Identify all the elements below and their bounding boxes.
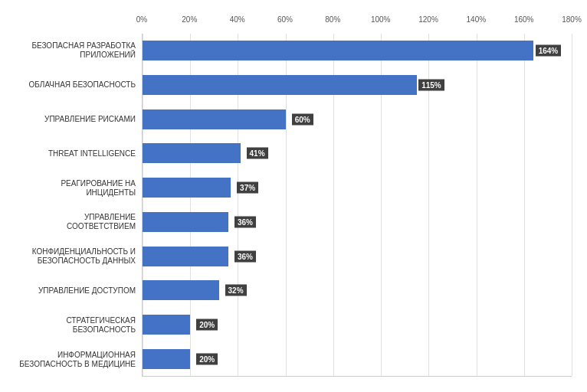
bar: 36%	[143, 212, 228, 232]
x-axis-label: 0%	[136, 15, 147, 24]
y-label: УПРАВЛЕНИЕСООТВЕТСТВИЕМ	[8, 205, 142, 240]
bar: 60%	[143, 109, 286, 129]
bar-value-label: 32%	[225, 285, 247, 296]
bar-row: 115%	[143, 68, 572, 103]
bar: 20%	[143, 349, 190, 369]
chart-body: БЕЗОПАСНАЯ РАЗРАБОТКАПРИЛОЖЕНИЙОБЛАЧНАЯ …	[8, 34, 572, 377]
bar-wrapper: 20%	[143, 314, 572, 335]
bar: 41%	[143, 143, 241, 163]
bar-value-label: 36%	[234, 250, 256, 262]
bar-rows: 164%115%60%41%37%36%36%32%20%20%	[143, 34, 572, 376]
bar-row: 20%	[143, 308, 572, 342]
bar-value-label: 60%	[292, 113, 313, 125]
y-labels: БЕЗОПАСНАЯ РАЗРАБОТКАПРИЛОЖЕНИЙОБЛАЧНАЯ …	[8, 34, 142, 377]
bar: 37%	[143, 178, 231, 198]
bar-row: 41%	[143, 136, 572, 171]
chart-container: 0%20%40%60%80%100%120%140%160%180% БЕЗОП…	[0, 0, 587, 392]
bar-wrapper: 37%	[143, 177, 572, 198]
bar: 164%	[143, 41, 533, 60]
bar: 115%	[143, 75, 417, 95]
x-axis: 0%20%40%60%80%100%120%140%160%180%	[142, 15, 572, 29]
y-label: УПРАВЛЕНИЕ РИСКАМИ	[8, 103, 142, 137]
bar-row: 20%	[143, 341, 572, 376]
bar-row: 36%	[143, 205, 572, 240]
x-axis-label: 40%	[230, 15, 245, 24]
bar-wrapper: 36%	[143, 211, 572, 233]
bar-value-label: 37%	[237, 182, 258, 194]
x-axis-label: 60%	[277, 15, 293, 24]
x-axis-label: 80%	[325, 15, 340, 24]
bar-wrapper: 115%	[143, 74, 572, 96]
y-label: РЕАГИРОВАНИЕ НАИНЦИДЕНТЫ	[8, 171, 142, 205]
y-label: ИНФОРМАЦИОННАЯБЕЗОПАСНОСТЬ В МЕДИЦИНЕ	[8, 342, 142, 377]
bar-wrapper: 41%	[143, 142, 572, 164]
bar-row: 164%	[143, 34, 572, 68]
x-axis-label: 160%	[514, 15, 534, 24]
bar-value-label: 20%	[196, 353, 218, 364]
bar-value-label: 115%	[418, 80, 444, 91]
y-label: THREAT INTELLIGENCE	[8, 136, 142, 171]
bar: 20%	[143, 315, 190, 335]
bar-row: 60%	[143, 102, 572, 136]
bar-value-label: 20%	[196, 318, 218, 330]
x-axis-label: 100%	[371, 15, 391, 24]
x-axis-label: 20%	[182, 15, 197, 24]
bar-row: 36%	[143, 239, 572, 273]
bar-value-label: 41%	[247, 148, 268, 159]
bar-value-label: 36%	[234, 216, 256, 227]
bars-area: 164%115%60%41%37%36%36%32%20%20%	[142, 34, 572, 377]
bar-wrapper: 36%	[143, 245, 572, 266]
bar-row: 37%	[143, 171, 572, 205]
y-label: БЕЗОПАСНАЯ РАЗРАБОТКАПРИЛОЖЕНИЙ	[8, 34, 142, 68]
bar: 36%	[143, 247, 228, 266]
y-label: КОНФИДЕНЦИАЛЬНОСТЬ ИБЕЗОПАСНОСТЬ ДАННЫХ	[8, 240, 142, 274]
bar: 32%	[143, 280, 219, 300]
bar-wrapper: 60%	[143, 109, 572, 130]
bar-wrapper: 164%	[143, 40, 572, 61]
y-label: СТРАТЕГИЧЕСКАЯБЕЗОПАСНОСТЬ	[8, 308, 142, 342]
grid-line	[572, 34, 572, 376]
bar-value-label: 164%	[536, 45, 562, 57]
y-label: УПРАВЛЕНИЕ ДОСТУПОМ	[8, 274, 142, 309]
bar-wrapper: 20%	[143, 348, 572, 369]
x-axis-label: 180%	[562, 15, 582, 24]
x-axis-label: 120%	[418, 15, 438, 24]
x-axis-label: 140%	[467, 15, 487, 24]
bar-row: 32%	[143, 273, 572, 308]
y-label: ОБЛАЧНАЯ БЕЗОПАСНОСТЬ	[8, 68, 142, 103]
bar-wrapper: 32%	[143, 279, 572, 301]
